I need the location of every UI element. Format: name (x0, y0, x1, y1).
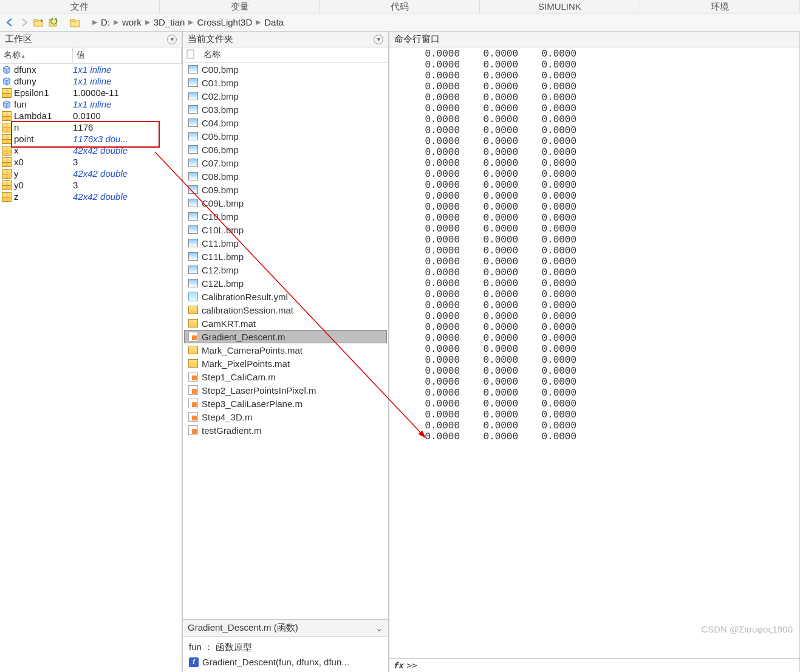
file-row[interactable]: C00.bmp (184, 63, 387, 76)
breadcrumb[interactable]: ▶D: ▶work ▶3D_tian ▶CrossLight3D ▶Data (89, 17, 284, 27)
crumb-2[interactable]: 3D_tian (154, 17, 185, 27)
workspace-row[interactable]: y03 (0, 179, 182, 191)
file-row[interactable]: CamKRT.mat (184, 317, 387, 330)
file-icon (187, 411, 199, 422)
tab-code[interactable]: 代码 (320, 0, 480, 13)
folder-title: 当前文件夹 (188, 33, 233, 45)
file-row[interactable]: Gradient_Descent.m (184, 330, 387, 343)
file-name: C03.bmp (202, 105, 239, 115)
workspace-row[interactable]: Epsilon11.0000e-11 (0, 87, 182, 98)
file-row[interactable]: C11.bmp (184, 236, 387, 250)
folder-menu-button[interactable]: ▾ (374, 35, 383, 44)
file-icon (187, 278, 199, 289)
file-row[interactable]: C10L.bmp (184, 223, 387, 236)
var-value: 3 (73, 180, 180, 190)
workspace-columns[interactable]: 名称▴ 值 (0, 47, 182, 64)
var-value: 42x42 double (73, 168, 180, 179)
crumb-3[interactable]: CrossLight3D (197, 17, 252, 27)
file-row[interactable]: Mark_CameraPoints.mat (184, 343, 387, 357)
up-folder-button[interactable] (32, 16, 46, 29)
file-row[interactable]: C05.bmp (184, 129, 387, 143)
file-row[interactable]: C03.bmp (184, 103, 387, 116)
var-icon (1, 157, 12, 167)
tab-simulink[interactable]: SIMULINK (480, 0, 640, 13)
file-name: testGradient.m (202, 425, 261, 436)
file-row[interactable]: C10.bmp (184, 210, 387, 223)
file-row[interactable]: C12.bmp (184, 263, 387, 276)
file-name: C01.bmp (202, 78, 239, 88)
tab-file[interactable]: 文件 (0, 0, 160, 13)
ws-col-value[interactable]: 值 (77, 50, 85, 60)
crumb-1[interactable]: work (122, 17, 142, 27)
workspace-row[interactable]: z42x42 double (0, 191, 182, 202)
file-row[interactable]: C09.bmp (184, 183, 387, 196)
tab-environment[interactable]: 环境 (640, 0, 800, 13)
var-icon (1, 192, 12, 202)
file-row[interactable]: calibrationSession.mat (184, 303, 387, 317)
refresh-button[interactable] (47, 16, 60, 29)
command-prompt[interactable]: fx >> (389, 658, 799, 672)
file-row[interactable]: CalibrationResult.yml (184, 290, 387, 303)
command-output[interactable]: 0.0000 0.0000 0.0000 0.0000 0.0000 0.000… (389, 47, 799, 658)
file-row[interactable]: C01.bmp (184, 76, 387, 89)
folder-columns[interactable]: 名称 (183, 47, 388, 63)
ws-col-name[interactable]: 名称 (4, 50, 21, 60)
folder-col-name[interactable]: 名称 (203, 49, 221, 60)
file-row[interactable]: Step3_CaliLaserPlane.m (184, 397, 387, 410)
file-icon (187, 345, 199, 355)
workspace-panel: 工作区 ▾ 名称▴ 值 dfunx1x1 inlinedfuny1x1 inli… (0, 32, 182, 672)
details-collapse-icon[interactable]: ⌄ (375, 623, 383, 634)
back-button[interactable] (3, 16, 16, 29)
file-row[interactable]: testGradient.m (184, 423, 387, 437)
svg-rect-1 (34, 19, 38, 21)
current-folder-panel: 当前文件夹 ▾ 名称 C00.bmpC01.bmpC02.bmpC03.bmpC… (182, 32, 389, 672)
var-name: Epsilon1 (14, 87, 73, 98)
file-row[interactable]: Mark_PixelPoints.mat (184, 357, 387, 370)
crumb-drive[interactable]: D: (101, 17, 110, 27)
file-row[interactable]: C12L.bmp (184, 276, 387, 290)
workspace-row[interactable]: Lambda10.0100 (0, 110, 182, 122)
file-name: C12L.bmp (202, 278, 244, 289)
workspace-row[interactable]: point1176x3 dou... (0, 133, 182, 145)
workspace-title: 工作区 (5, 33, 32, 45)
crumb-4[interactable]: Data (264, 17, 284, 27)
workspace-list[interactable]: dfunx1x1 inlinedfuny1x1 inlineEpsilon11.… (0, 64, 182, 672)
workspace-menu-button[interactable]: ▾ (167, 35, 177, 44)
file-row[interactable]: Step2_LaserPointsInPixel.m (184, 383, 387, 397)
file-row[interactable]: C09L.bmp (184, 196, 387, 210)
file-row[interactable]: C08.bmp (184, 170, 387, 183)
file-name: Gradient_Descent.m (202, 332, 285, 342)
file-icon (187, 64, 199, 75)
workspace-row[interactable]: x03 (0, 156, 182, 168)
workspace-row[interactable]: y42x42 double (0, 168, 182, 179)
workspace-row[interactable]: x42x42 double (0, 145, 182, 156)
file-icon (187, 318, 199, 329)
file-row[interactable]: C02.bmp (184, 89, 387, 103)
workspace-row[interactable]: dfunx1x1 inline (0, 64, 182, 75)
ribbon-tabs: 文件 变量 代码 SIMULINK 环境 (0, 0, 800, 13)
file-icon (187, 385, 199, 396)
file-name: Step1_CaliCam.m (202, 372, 276, 382)
var-icon (1, 123, 12, 132)
file-list[interactable]: C00.bmpC01.bmpC02.bmpC03.bmpC04.bmpC05.b… (183, 63, 388, 619)
file-row[interactable]: Step1_CaliCam.m (184, 370, 387, 383)
command-window-title: 命令行窗口 (394, 33, 440, 45)
forward-button[interactable] (18, 16, 31, 29)
file-row[interactable]: C11L.bmp (184, 250, 387, 263)
command-window-panel: 命令行窗口 0.0000 0.0000 0.0000 0.0000 0.0000… (389, 32, 800, 672)
file-row[interactable]: Step4_3D.m (184, 410, 387, 423)
workspace-row[interactable]: dfuny1x1 inline (0, 75, 182, 87)
workspace-row[interactable]: fun1x1 inline (0, 98, 182, 110)
file-icon (187, 251, 199, 262)
watermark: CSDN @Σισυφος1900 (701, 624, 793, 634)
file-icon (187, 291, 199, 302)
file-icon (187, 104, 199, 115)
workspace-row[interactable]: n1176 (0, 122, 182, 133)
tab-variable[interactable]: 变量 (160, 0, 320, 13)
var-value: 0.0100 (73, 111, 180, 121)
file-row[interactable]: C04.bmp (184, 116, 387, 129)
folder-root-icon[interactable] (69, 16, 82, 29)
file-row[interactable]: C06.bmp (184, 143, 387, 156)
svg-rect-4 (70, 19, 75, 21)
file-row[interactable]: C07.bmp (184, 156, 387, 170)
